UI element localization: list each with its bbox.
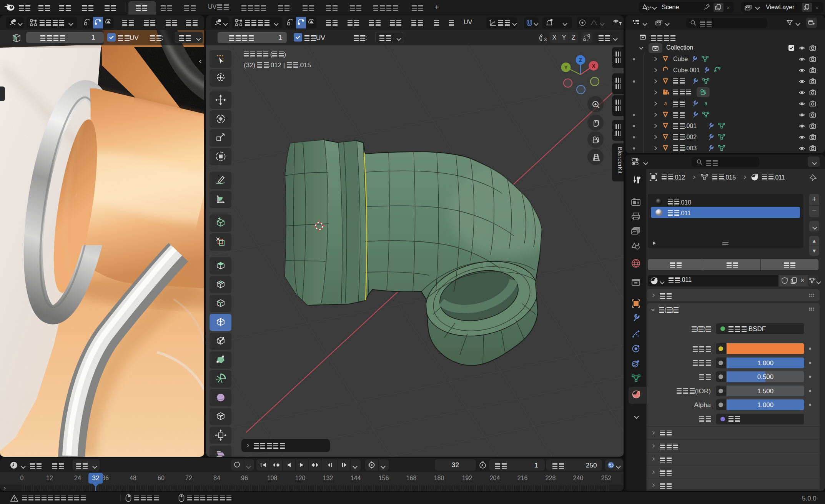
svg-text:3: 3 bbox=[544, 37, 547, 42]
svg-text:Z: Z bbox=[579, 57, 582, 63]
svg-text:Y: Y bbox=[564, 65, 568, 70]
svg-text:X: X bbox=[592, 63, 595, 69]
